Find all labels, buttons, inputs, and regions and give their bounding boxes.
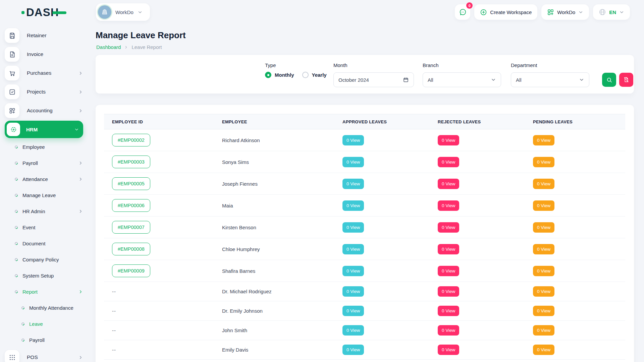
pending-view-badge[interactable]: 0 View <box>533 222 554 233</box>
approved-view-badge[interactable]: 0 View <box>342 200 364 211</box>
employee-id-badge[interactable]: #EMP00005 <box>112 177 150 190</box>
pending-view-badge[interactable]: 0 View <box>533 345 554 355</box>
sidebar-item-purchases[interactable]: Purchases <box>0 64 88 82</box>
chevron-right-icon <box>78 209 83 214</box>
sidebar-item-retainer[interactable]: Retainer <box>0 26 88 45</box>
sidebar-item-payroll[interactable]: Payroll <box>0 155 88 171</box>
sidebar-item-event[interactable]: Event <box>0 219 88 235</box>
sidebar-item-document[interactable]: Document <box>0 235 88 251</box>
rejected-view-badge[interactable]: 0 View <box>438 244 459 254</box>
rejected-view-badge[interactable]: 0 View <box>438 200 459 211</box>
sidebar-item-pos[interactable]: POS <box>0 348 88 362</box>
chevron-right-icon <box>78 71 83 76</box>
brand-logo[interactable]: DASH <box>21 6 66 19</box>
pending-view-badge[interactable]: 0 View <box>533 135 554 145</box>
logo-dot <box>21 11 24 14</box>
messages-button[interactable]: 0 <box>455 4 470 20</box>
pending-view-badge[interactable]: 0 View <box>533 286 554 297</box>
employee-name: Sonya Sims <box>214 151 334 173</box>
rejected-view-badge[interactable]: 0 View <box>438 306 459 316</box>
pending-view-badge[interactable]: 0 View <box>533 179 554 189</box>
pending-view-badge[interactable]: 0 View <box>533 200 554 211</box>
sidebar-item-report[interactable]: Report <box>0 284 88 300</box>
leave-report-table-card: EMPLOYEE IDEMPLOYEEAPPROVED LEAVESREJECT… <box>96 105 634 362</box>
sidebar-item-system-setup[interactable]: System Setup <box>0 267 88 284</box>
pending-view-badge[interactable]: 0 View <box>533 325 554 336</box>
approved-view-badge[interactable]: 0 View <box>342 244 364 254</box>
dot-icon <box>14 225 18 230</box>
monthly-radio[interactable] <box>265 72 271 78</box>
pos-icon <box>5 350 19 362</box>
employee-name: Dr. Michael Rodriguez <box>214 282 334 301</box>
rejected-view-badge[interactable]: 0 View <box>438 157 459 167</box>
dot-icon <box>14 209 18 214</box>
app-menu-button[interactable]: WorkDo <box>541 4 589 20</box>
chevron-right-icon <box>78 161 83 166</box>
approved-view-badge[interactable]: 0 View <box>342 266 364 276</box>
employee-id-badge[interactable]: #EMP00009 <box>112 264 150 277</box>
rejected-view-badge[interactable]: 0 View <box>438 266 459 276</box>
yearly-radio[interactable] <box>302 72 309 78</box>
employee-name: Joseph Fiennes <box>214 173 334 195</box>
reset-filter-button[interactable] <box>619 73 633 87</box>
employee-id-badge[interactable]: #EMP00007 <box>112 221 150 234</box>
create-workspace-button[interactable]: Create Workspace <box>474 4 537 20</box>
sidebar-item-projects[interactable]: Projects <box>0 82 88 101</box>
approved-view-badge[interactable]: 0 View <box>342 345 364 355</box>
employee-id-badge[interactable]: #EMP00006 <box>112 199 150 212</box>
approved-view-badge[interactable]: 0 View <box>342 222 364 233</box>
rejected-view-badge[interactable]: 0 View <box>438 222 459 233</box>
rejected-view-badge[interactable]: 0 View <box>438 179 459 189</box>
sidebar-item-label: Projects <box>27 89 46 95</box>
language-selector[interactable]: EN <box>593 4 630 20</box>
approved-view-badge[interactable]: 0 View <box>342 135 364 145</box>
rejected-view-badge[interactable]: 0 View <box>438 325 459 336</box>
column-header: PENDING LEAVES <box>525 114 625 129</box>
sidebar-item-label: Retainer <box>27 33 47 39</box>
approved-view-badge[interactable]: 0 View <box>342 157 364 167</box>
pending-view-badge[interactable]: 0 View <box>533 157 554 167</box>
search-button[interactable] <box>602 73 616 87</box>
breadcrumb: Dashboard Leave Report <box>96 44 162 50</box>
yearly-radio-label[interactable]: Yearly <box>312 72 327 78</box>
rejected-view-badge[interactable]: 0 View <box>438 345 459 355</box>
branch-filter-label: Branch <box>423 62 439 68</box>
sidebar-item-monthly-attendance[interactable]: Monthly Attendance <box>0 300 88 316</box>
sidebar-item-employee[interactable]: Employee <box>0 139 88 155</box>
sidebar-item-manage-leave[interactable]: Manage Leave <box>0 187 88 203</box>
rejected-view-badge[interactable]: 0 View <box>438 135 459 145</box>
table-row: #EMP00007Kirsten Benson0 View0 View0 Vie… <box>104 217 625 238</box>
workspace-switcher[interactable]: WorkDo <box>96 3 150 21</box>
sidebar-item-accounting[interactable]: Accounting <box>0 101 88 120</box>
employee-id-badge[interactable]: #EMP00002 <box>112 134 150 146</box>
pending-view-badge[interactable]: 0 View <box>533 306 554 316</box>
monthly-radio-label[interactable]: Monthly <box>275 72 294 78</box>
messages-badge: 0 <box>466 2 473 9</box>
approved-view-badge[interactable]: 0 View <box>342 306 364 316</box>
chevron-down-icon <box>578 10 583 15</box>
employee-id-badge[interactable]: #EMP00008 <box>112 243 150 255</box>
filter-card: Type Monthly Yearly Month October 2024 B… <box>96 55 634 94</box>
approved-view-badge[interactable]: 0 View <box>342 179 364 189</box>
pending-view-badge[interactable]: 0 View <box>533 266 554 276</box>
sidebar-item-company-policy[interactable]: Company Policy <box>0 251 88 267</box>
sidebar-item-payroll[interactable]: Payroll <box>0 332 88 348</box>
sidebar-item-label: Invoice <box>27 51 43 57</box>
rejected-view-badge[interactable]: 0 View <box>438 286 459 297</box>
employee-id-badge[interactable]: #EMP00003 <box>112 156 150 168</box>
sidebar-item-attendance[interactable]: Attendance <box>0 171 88 187</box>
manage-leave-report-page: { "brand": { "name": "DASH" }, "topbar":… <box>0 0 644 362</box>
sidebar-item-hrm[interactable]: HRM <box>5 121 83 138</box>
month-date-input[interactable]: October 2024 <box>333 72 414 87</box>
sidebar-item-hr-admin[interactable]: HR Admin <box>0 203 88 219</box>
branch-select[interactable]: All <box>423 72 501 87</box>
sidebar-item-invoice[interactable]: Invoice <box>0 45 88 64</box>
approved-view-badge[interactable]: 0 View <box>342 286 364 297</box>
breadcrumb-dashboard-link[interactable]: Dashboard <box>96 44 121 50</box>
sidebar-item-leave[interactable]: Leave <box>0 316 88 332</box>
department-value: All <box>516 77 522 83</box>
approved-view-badge[interactable]: 0 View <box>342 325 364 336</box>
column-header: APPROVED LEAVES <box>334 114 430 129</box>
pending-view-badge[interactable]: 0 View <box>533 244 554 254</box>
department-select[interactable]: All <box>511 72 589 87</box>
